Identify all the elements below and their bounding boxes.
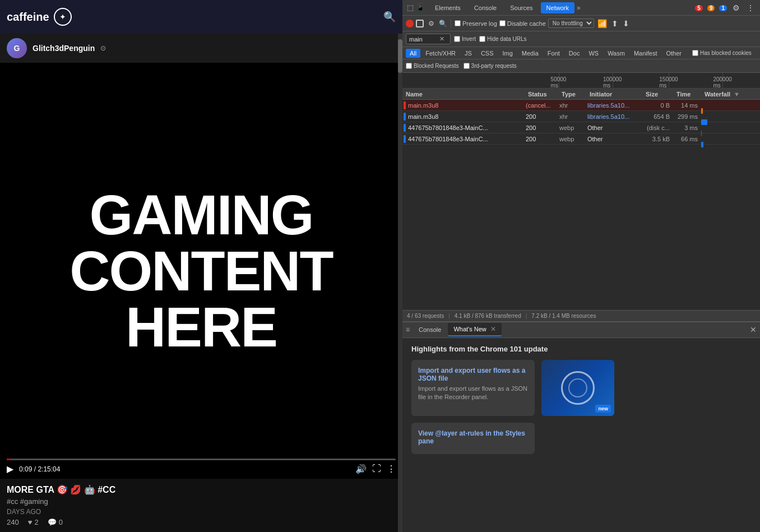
record-button[interactable]	[406, 20, 414, 27]
upload-icon[interactable]: ⬆	[610, 18, 619, 29]
row4-initiator: Other	[585, 136, 641, 142]
timeline-label-2: 100000 ms	[603, 76, 622, 88]
row3-initiator: Other	[585, 124, 641, 131]
controls-right: 🔊 ⛶ ⋮	[355, 464, 396, 474]
wifi-icon[interactable]: 📶	[596, 18, 608, 29]
search-network-icon[interactable]: 🔍	[439, 20, 447, 27]
row4-name: 447675b7801848e3-MainC...	[408, 136, 488, 142]
filter-tab-media[interactable]: Media	[518, 49, 543, 58]
description-area: MORE GTA 🎯 💋 🤖 #CC #cc #gaming DAYS AGO …	[0, 479, 402, 532]
main-scroll[interactable]	[398, 34, 402, 532]
disable-cache-text: Disable cache	[507, 20, 546, 27]
bottom-panel-close-icon[interactable]: ✕	[750, 325, 757, 334]
devtools-device-icon[interactable]: 📱	[416, 3, 425, 12]
bottom-panel-menu-icon[interactable]: ≡	[406, 326, 410, 334]
blocked-requests-checkbox[interactable]	[406, 63, 412, 69]
more-options-devtools-icon[interactable]: ⋮	[745, 2, 756, 13]
table-row[interactable]: main.m3u8 (cancel... xhr libraries.5a10.…	[402, 100, 760, 111]
status-bar: 4 / 63 requests | 4.1 kB / 876 kB transf…	[402, 310, 760, 321]
more-options-button[interactable]: ⋮	[387, 464, 396, 474]
more-tabs-icon[interactable]: »	[577, 4, 581, 12]
logo-area: caffeine ✦	[7, 8, 72, 26]
disable-cache-checkbox[interactable]	[499, 20, 506, 26]
preserve-log-label[interactable]: Preserve log	[455, 20, 497, 27]
fullscreen-button[interactable]: ⛶	[372, 464, 381, 474]
filter-tab-other[interactable]: Other	[662, 49, 685, 58]
download-icon[interactable]: ⬇	[622, 18, 631, 29]
filter-clear-icon[interactable]: ✕	[439, 35, 444, 43]
row1-type: xhr	[557, 102, 585, 109]
hide-data-urls-checkbox[interactable]	[479, 36, 485, 42]
invert-checkbox[interactable]	[454, 36, 460, 42]
has-blocked-cookies-label[interactable]: Has blocked cookies	[692, 50, 752, 56]
table-row[interactable]: 447675b7801848e3-MainC... 200 webp Other…	[402, 133, 760, 145]
update-card-1-title: Import and export user flows as a JSON f…	[418, 367, 528, 382]
update-card-2[interactable]: View @layer at-rules in the Styles pane	[411, 423, 535, 454]
row1-initiator-link[interactable]: libraries.5a10...	[587, 102, 629, 109]
col-size-header[interactable]: Size	[643, 91, 674, 98]
settings-icon[interactable]: ⚙	[731, 2, 741, 13]
tab-console[interactable]: Console	[469, 2, 502, 13]
col-waterfall-header[interactable]: Waterfall ▼	[702, 91, 760, 98]
bottom-tab-whats-new[interactable]: What's New ✕	[448, 323, 501, 336]
tab-network[interactable]: Network	[541, 2, 574, 13]
play-pause-button[interactable]: ▶	[7, 464, 13, 474]
filter-tab-font[interactable]: Font	[544, 49, 564, 58]
filter-tab-wasm[interactable]: Wasm	[604, 49, 629, 58]
row2-indicator	[404, 113, 406, 121]
progress-bar[interactable]	[7, 459, 396, 460]
blocked-requests-label[interactable]: Blocked Requests	[406, 63, 459, 69]
whats-new-close-icon[interactable]: ✕	[490, 325, 496, 333]
devtools-top-icons: 5 9 1 ⚙ ⋮	[695, 2, 756, 13]
filter-tab-ws[interactable]: WS	[585, 49, 603, 58]
info-badge-wrap: 1	[719, 4, 727, 11]
filter-icon[interactable]: ⚙	[426, 18, 437, 29]
filter-tab-img[interactable]: Img	[499, 49, 517, 58]
like-count: ♥ 2	[28, 518, 39, 526]
invert-text: Invert	[462, 36, 476, 42]
volume-button[interactable]: 🔊	[355, 464, 367, 474]
filter-input[interactable]	[409, 36, 437, 43]
video-title: MORE GTA 🎯 💋 🤖 #CC	[7, 484, 396, 495]
third-party-checkbox[interactable]	[464, 63, 470, 69]
col-time-header[interactable]: Time	[674, 91, 702, 98]
devtools-cursor-icon[interactable]: ⬚	[407, 3, 414, 12]
throttle-select[interactable]: No throttling	[548, 18, 594, 28]
table-body: main.m3u8 (cancel... xhr libraries.5a10.…	[402, 100, 760, 310]
timeline-tick-4: 200000 ms	[722, 73, 723, 88]
tab-sources[interactable]: Sources	[504, 2, 538, 13]
filter-tab-css[interactable]: CSS	[477, 49, 498, 58]
tab-elements[interactable]: Elements	[429, 2, 466, 13]
top-bar: caffeine ✦ 🔍	[0, 0, 402, 34]
col-initiator-header[interactable]: Initiator	[587, 91, 643, 98]
filter-tab-manifest[interactable]: Manifest	[630, 49, 661, 58]
bottom-tab-console[interactable]: Console	[413, 324, 447, 335]
filter-tab-doc[interactable]: Doc	[565, 49, 584, 58]
col-name-header[interactable]: Name	[402, 91, 526, 98]
search-icon[interactable]: 🔍	[383, 11, 396, 23]
row4-waterfall-bar	[701, 142, 703, 147]
channel-name: Glitch3dPenguin	[33, 44, 95, 53]
timeline-label-4: 200000 ms	[713, 76, 731, 88]
waterfall-header-text: Waterfall	[705, 91, 730, 98]
row2-initiator-link[interactable]: libraries.5a10...	[587, 113, 629, 120]
invert-label[interactable]: Invert	[454, 36, 476, 42]
filter-tab-js[interactable]: JS	[461, 49, 476, 58]
like-count-value: 2	[34, 518, 38, 526]
third-party-label[interactable]: 3rd-party requests	[464, 63, 517, 69]
disable-cache-label[interactable]: Disable cache	[499, 20, 546, 27]
timeline-tick-1: 50000 ms	[559, 73, 559, 88]
table-row[interactable]: main.m3u8 200 xhr libraries.5a10... 654 …	[402, 111, 760, 122]
filter-tab-all[interactable]: All	[406, 49, 420, 58]
hide-data-urls-label[interactable]: Hide data URLs	[479, 36, 527, 42]
video-tags: #cc #gaming	[7, 497, 396, 506]
has-blocked-cookies-checkbox[interactable]	[692, 50, 698, 56]
timeline-name-spacer	[402, 73, 526, 88]
update-card-1[interactable]: Import and export user flows as a JSON f…	[411, 360, 535, 416]
filter-tab-xhr[interactable]: Fetch/XHR	[421, 49, 460, 58]
channel-bar: G Glitch3dPenguin ⊙	[0, 34, 402, 63]
stop-button[interactable]	[416, 20, 424, 27]
col-status-header[interactable]: Status	[526, 91, 559, 98]
col-type-header[interactable]: Type	[559, 91, 587, 98]
preserve-log-checkbox[interactable]	[455, 20, 461, 26]
